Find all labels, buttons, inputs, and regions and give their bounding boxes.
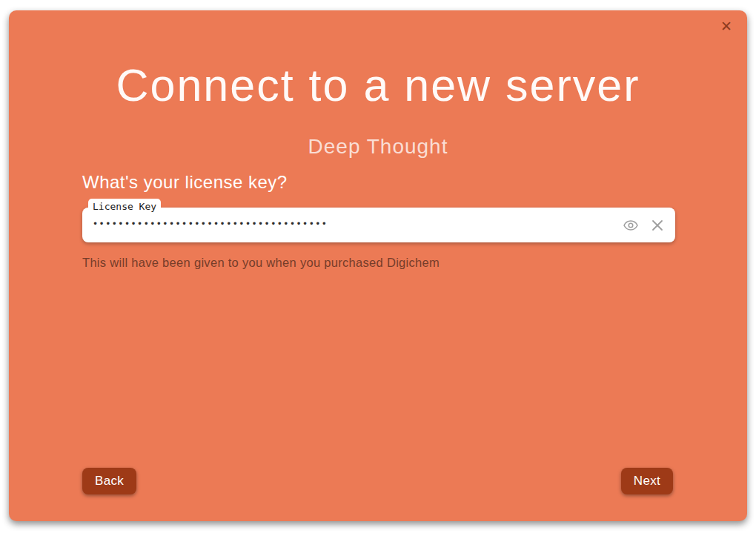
license-key-input[interactable]: License Key ••••••••••••••••••••••••••••… [82, 208, 675, 242]
clear-input-button[interactable] [649, 216, 666, 234]
close-icon[interactable]: ✕ [719, 19, 734, 34]
license-key-helper-text: This will have been given to you when yo… [82, 256, 440, 270]
back-button[interactable]: Back [82, 468, 136, 494]
connect-server-dialog: ✕ Connect to a new server Deep Thought W… [9, 10, 747, 521]
license-key-masked-value: ••••••••••••••••••••••••••••••••••••• [93, 219, 328, 229]
show-password-button[interactable] [622, 216, 640, 234]
dialog-actions: Back Next [82, 468, 673, 494]
eye-icon [623, 217, 639, 234]
clear-x-icon [651, 219, 664, 232]
server-name-subtitle: Deep Thought [9, 135, 747, 159]
license-key-label: License Key [88, 199, 161, 216]
license-key-question: What's your license key? [82, 172, 288, 193]
next-button[interactable]: Next [621, 468, 673, 494]
page-title: Connect to a new server [9, 59, 747, 111]
